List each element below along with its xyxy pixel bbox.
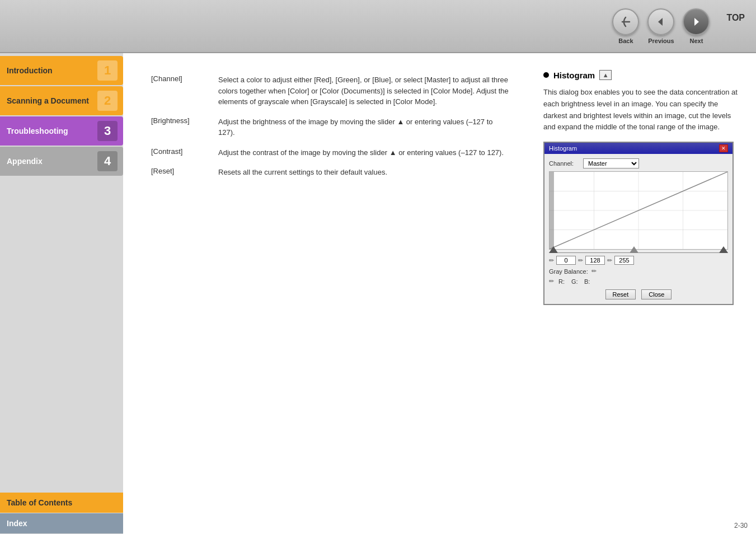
previous-button[interactable]: Previous — [647, 8, 674, 44]
back-icon — [612, 8, 639, 35]
row-label-contrast: [Contrast] — [151, 143, 218, 163]
sidebar-bottom: Table of Contents Index — [0, 493, 123, 534]
r-label: R: — [558, 278, 567, 285]
histogram-title-row: Histogram ▲ — [543, 70, 739, 80]
channel-select[interactable]: Master — [583, 158, 639, 168]
g-label: G: — [571, 278, 580, 285]
sidebar-item-appendix[interactable]: Appendix 4 — [0, 147, 123, 176]
input-value-0[interactable] — [556, 256, 576, 265]
sidebar-item-troubleshooting-label: Troubleshooting — [7, 127, 97, 135]
row-desc-reset: Resets all the current settings to their… — [218, 162, 515, 182]
dialog-buttons: Reset Close — [549, 289, 728, 299]
pencil-icon-2: ✏ — [578, 257, 583, 264]
svg-marker-0 — [658, 18, 663, 26]
input-value-128[interactable] — [585, 256, 605, 265]
svg-marker-1 — [694, 18, 699, 26]
mid-slider-triangle[interactable] — [630, 246, 638, 253]
previous-icon — [647, 8, 674, 35]
input-row: ✏ ✏ ✏ — [549, 256, 728, 265]
dialog-close-btn[interactable]: Close — [641, 289, 672, 299]
histogram-description: This dialog box enables you to see the d… — [543, 87, 739, 133]
table-row: [Reset] Resets all the current settings … — [151, 162, 515, 182]
rgb-row: ✏ R: G: B: — [549, 278, 728, 285]
sidebar-item-scanning-num: 2 — [97, 91, 118, 111]
b-label: B: — [584, 278, 593, 285]
row-label-brightness: [Brightness] — [151, 112, 218, 143]
sidebar-item-appendix-label: Appendix — [7, 157, 97, 166]
gray-balance-row: Gray Balance: ✏ — [549, 268, 728, 275]
toc-label: Table of Contents — [7, 498, 72, 507]
histogram-chart — [549, 171, 728, 250]
sidebar-item-scanning[interactable]: Scanning a Document 2 — [0, 86, 123, 115]
channel-label: Channel: — [549, 160, 580, 167]
index-button[interactable]: Index — [0, 513, 123, 533]
header-right: Back Previous Next TOP — [612, 8, 745, 44]
pencil-icon-1: ✏ — [549, 257, 554, 264]
gray-balance-pencil-icon: ✏ — [591, 268, 597, 275]
table-row: [Brightness] Adjust the brightness of th… — [151, 112, 515, 143]
next-label: Next — [689, 38, 703, 44]
row-desc-brightness: Adjust the brightness of the image by mo… — [218, 112, 515, 143]
index-label: Index — [7, 519, 27, 528]
dialog-body: Channel: Master — [544, 154, 732, 304]
right-slider-triangle[interactable] — [719, 246, 728, 253]
back-button[interactable]: Back — [612, 8, 639, 44]
previous-label: Previous — [648, 38, 674, 44]
sidebar-item-introduction-label: Introduction — [7, 66, 97, 75]
histogram-title: Histogram — [553, 71, 595, 80]
main-content: [Channel] Select a color to adjust eithe… — [123, 53, 756, 534]
table-of-contents-button[interactable]: Table of Contents — [0, 493, 123, 513]
next-button[interactable]: Next — [683, 8, 710, 44]
left-panel: [Channel] Select a color to adjust eithe… — [123, 53, 532, 534]
sidebar-item-introduction[interactable]: Introduction 1 — [0, 56, 123, 85]
rgb-pencil-icon: ✏ — [549, 278, 554, 285]
table-row: [Channel] Select a color to adjust eithe… — [151, 70, 515, 112]
row-label-channel: [Channel] — [151, 70, 218, 112]
histogram-bullet — [543, 72, 549, 78]
table-row: [Contrast] Adjust the contrast of the im… — [151, 143, 515, 163]
histogram-icon: ▲ — [599, 70, 612, 80]
pencil-icon-3: ✏ — [607, 257, 612, 264]
row-desc-contrast: Adjust the contrast of the image by movi… — [218, 143, 515, 163]
top-label: TOP — [726, 8, 745, 23]
header-bar: Back Previous Next TOP — [0, 0, 756, 53]
sidebar: Introduction 1 Scanning a Document 2 Tro… — [0, 53, 123, 534]
histogram-dialog: Histogram ✕ Channel: Master — [543, 142, 734, 305]
page-number-value: 2-30 — [734, 522, 748, 530]
sidebar-item-scanning-label: Scanning a Document — [7, 96, 97, 105]
dialog-reset-button[interactable]: Reset — [605, 289, 636, 299]
page-number: 2-30 — [734, 522, 748, 530]
channel-row: Channel: Master — [549, 158, 728, 168]
gray-balance-label: Gray Balance: — [549, 268, 588, 275]
row-label-reset: [Reset] — [151, 162, 218, 182]
input-value-255[interactable] — [614, 256, 634, 265]
svg-rect-9 — [550, 172, 554, 249]
sidebar-item-introduction-num: 1 — [97, 60, 118, 81]
next-icon — [683, 8, 710, 35]
sidebar-item-troubleshooting[interactable]: Troubleshooting 3 — [0, 116, 123, 146]
right-panel: Histogram ▲ This dialog box enables you … — [532, 53, 756, 534]
row-desc-channel: Select a color to adjust either [Red], [… — [218, 70, 515, 112]
left-slider-triangle[interactable] — [549, 246, 558, 253]
slider-row — [549, 252, 728, 253]
content-table: [Channel] Select a color to adjust eithe… — [151, 70, 515, 182]
sidebar-item-appendix-num: 4 — [97, 151, 118, 171]
back-label: Back — [618, 38, 633, 44]
sidebar-item-troubleshooting-num: 3 — [97, 121, 118, 141]
histogram-grid-svg — [550, 172, 727, 249]
dialog-titlebar: Histogram ✕ — [544, 143, 732, 154]
dialog-title: Histogram — [549, 145, 577, 152]
dialog-close-button[interactable]: ✕ — [719, 144, 728, 152]
